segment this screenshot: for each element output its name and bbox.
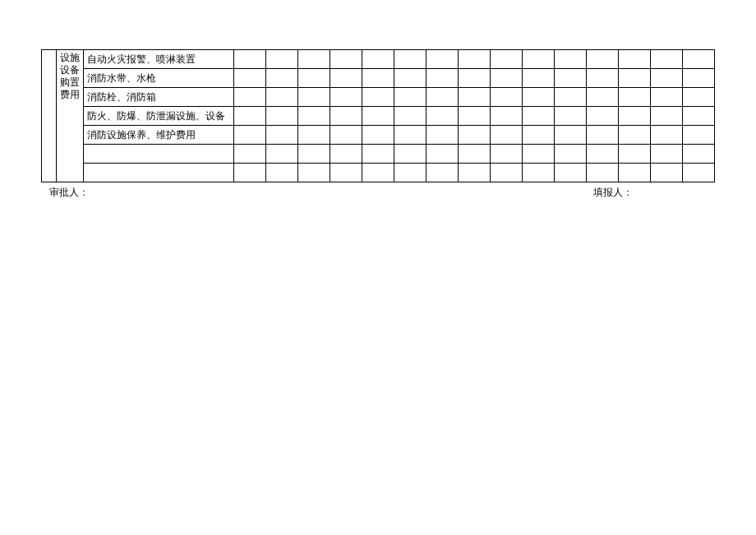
item-cell: 防火、防爆、防泄漏设施、设备 bbox=[84, 107, 234, 126]
data-cell bbox=[297, 88, 330, 107]
data-cell bbox=[426, 145, 458, 164]
data-cell bbox=[362, 126, 394, 145]
data-cell bbox=[297, 107, 330, 126]
data-cell bbox=[682, 126, 714, 145]
data-cell bbox=[233, 88, 265, 107]
data-cell bbox=[458, 88, 490, 107]
data-cell bbox=[233, 126, 265, 145]
data-cell bbox=[426, 164, 458, 182]
data-cell bbox=[394, 145, 426, 164]
data-cell bbox=[330, 145, 362, 164]
data-cell bbox=[330, 88, 362, 107]
data-cell bbox=[522, 69, 554, 88]
data-cell bbox=[490, 164, 522, 182]
data-cell bbox=[682, 88, 714, 107]
data-cell bbox=[362, 50, 394, 69]
data-cell bbox=[426, 69, 458, 88]
data-cell bbox=[458, 145, 490, 164]
approver-label: 审批人： bbox=[49, 186, 89, 200]
data-cell bbox=[426, 50, 458, 69]
data-cell bbox=[586, 145, 618, 164]
data-cell bbox=[490, 107, 522, 126]
data-cell bbox=[490, 88, 522, 107]
data-cell bbox=[297, 145, 330, 164]
data-cell bbox=[618, 107, 650, 126]
data-cell bbox=[618, 145, 650, 164]
item-cell: 消防设施保养、维护费用 bbox=[84, 126, 234, 145]
data-cell bbox=[650, 164, 682, 182]
data-cell bbox=[330, 126, 362, 145]
data-cell bbox=[682, 69, 714, 88]
data-cell bbox=[554, 88, 586, 107]
category-label: 设施设备购置费用 bbox=[58, 52, 82, 101]
data-cell bbox=[394, 126, 426, 145]
data-cell bbox=[362, 88, 394, 107]
document-page: 设施设备购置费用 自动火灾报警、喷淋装置 消防水带、 bbox=[0, 0, 756, 200]
table-row: 消防设施保养、维护费用 bbox=[42, 126, 715, 145]
data-cell bbox=[650, 88, 682, 107]
left-spacer-cell bbox=[42, 50, 57, 182]
data-cell bbox=[265, 126, 297, 145]
data-cell bbox=[265, 69, 297, 88]
item-cell: 消防栓、消防箱 bbox=[84, 88, 234, 107]
data-cell bbox=[554, 50, 586, 69]
data-cell bbox=[426, 126, 458, 145]
data-cell bbox=[650, 69, 682, 88]
table-row: 设施设备购置费用 自动火灾报警、喷淋装置 bbox=[42, 50, 715, 69]
data-cell bbox=[586, 126, 618, 145]
data-cell bbox=[362, 107, 394, 126]
data-cell bbox=[394, 164, 426, 182]
data-cell bbox=[426, 107, 458, 126]
data-cell bbox=[458, 164, 490, 182]
data-cell bbox=[586, 107, 618, 126]
data-cell bbox=[233, 145, 265, 164]
data-cell bbox=[330, 164, 362, 182]
data-cell bbox=[650, 50, 682, 69]
table-row bbox=[42, 145, 715, 164]
data-cell bbox=[362, 145, 394, 164]
data-cell bbox=[522, 107, 554, 126]
data-cell bbox=[233, 164, 265, 182]
data-cell bbox=[426, 88, 458, 107]
item-cell: 消防水带、水枪 bbox=[84, 69, 234, 88]
data-cell bbox=[554, 126, 586, 145]
data-cell bbox=[554, 164, 586, 182]
data-cell bbox=[618, 69, 650, 88]
data-cell bbox=[394, 69, 426, 88]
data-cell bbox=[554, 107, 586, 126]
data-cell bbox=[362, 164, 394, 182]
data-cell bbox=[233, 69, 265, 88]
item-cell bbox=[84, 145, 234, 164]
budget-table: 设施设备购置费用 自动火灾报警、喷淋装置 消防水带、 bbox=[41, 49, 715, 182]
data-cell bbox=[682, 107, 714, 126]
data-cell bbox=[458, 69, 490, 88]
data-cell bbox=[522, 50, 554, 69]
data-cell bbox=[618, 88, 650, 107]
data-cell bbox=[618, 164, 650, 182]
data-cell bbox=[618, 126, 650, 145]
item-cell: 自动火灾报警、喷淋装置 bbox=[84, 50, 234, 69]
data-cell bbox=[265, 88, 297, 107]
category-cell: 设施设备购置费用 bbox=[57, 50, 84, 182]
data-cell bbox=[682, 50, 714, 69]
data-cell bbox=[554, 145, 586, 164]
data-cell bbox=[458, 50, 490, 69]
data-cell bbox=[458, 107, 490, 126]
reporter-label: 填报人： bbox=[593, 186, 633, 200]
data-cell bbox=[458, 126, 490, 145]
item-cell bbox=[84, 164, 234, 182]
table-row bbox=[42, 164, 715, 182]
table-row: 消防栓、消防箱 bbox=[42, 88, 715, 107]
data-cell bbox=[330, 69, 362, 88]
data-cell bbox=[490, 69, 522, 88]
data-cell bbox=[522, 164, 554, 182]
data-cell bbox=[330, 50, 362, 69]
data-cell bbox=[554, 69, 586, 88]
data-cell bbox=[265, 164, 297, 182]
footer: 审批人： 填报人： bbox=[41, 182, 715, 200]
data-cell bbox=[586, 50, 618, 69]
data-cell bbox=[650, 145, 682, 164]
data-cell bbox=[297, 50, 330, 69]
data-cell bbox=[650, 126, 682, 145]
data-cell bbox=[265, 145, 297, 164]
